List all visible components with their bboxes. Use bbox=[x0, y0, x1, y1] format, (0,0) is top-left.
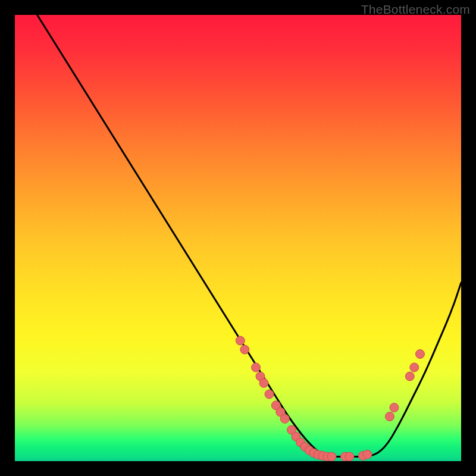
data-marker bbox=[363, 450, 372, 459]
data-marker bbox=[265, 390, 274, 399]
data-marker bbox=[327, 452, 336, 461]
chart-markers bbox=[236, 336, 424, 461]
data-marker bbox=[416, 350, 425, 359]
chart-svg bbox=[15, 15, 461, 461]
data-marker bbox=[410, 363, 419, 372]
data-marker bbox=[280, 414, 289, 423]
data-marker bbox=[405, 372, 414, 381]
data-marker bbox=[345, 452, 354, 461]
data-marker bbox=[236, 336, 245, 345]
data-marker bbox=[386, 412, 394, 421]
data-marker bbox=[390, 403, 399, 412]
bottleneck-curve bbox=[37, 15, 462, 457]
data-marker bbox=[240, 345, 249, 354]
data-marker bbox=[252, 363, 261, 372]
data-marker bbox=[259, 378, 268, 387]
